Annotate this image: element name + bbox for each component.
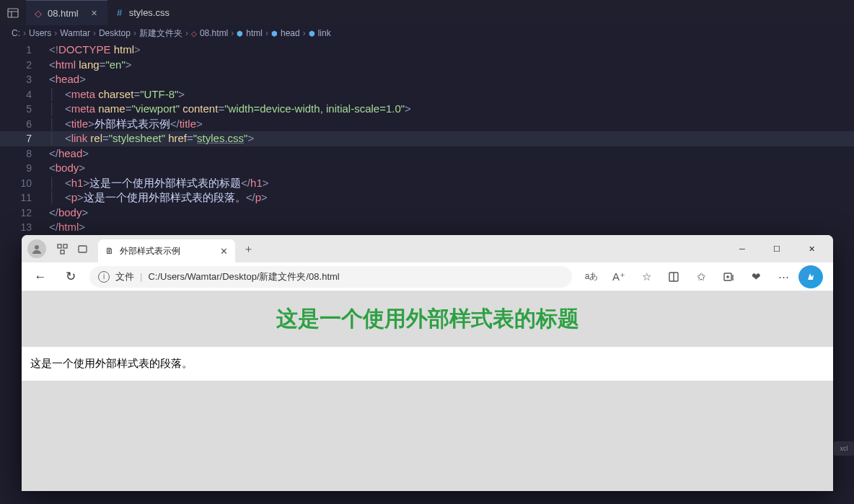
- more-icon[interactable]: ⋯: [771, 265, 796, 288]
- crumb[interactable]: Users: [29, 28, 51, 38]
- favorites-bar-icon[interactable]: ✩: [689, 265, 713, 288]
- line-number: 7: [0, 131, 49, 146]
- collections-icon[interactable]: [716, 265, 741, 288]
- crumb[interactable]: Desktop: [99, 28, 131, 38]
- code-line: │ <h1>这是一个使用外部样式表的标题</h1>: [49, 176, 269, 191]
- window-controls: ─ ☐ ✕: [726, 238, 827, 260]
- line-number: 3: [0, 72, 49, 87]
- workspaces-icon[interactable]: [52, 239, 72, 259]
- tab-label: styles.css: [129, 7, 170, 18]
- chevron-right-icon: ›: [93, 28, 96, 38]
- breadcrumb: C:› Users› Wamtar› Desktop› 新建文件夹› ◇08.h…: [0, 25, 854, 41]
- code-line: </html>: [49, 220, 85, 235]
- line-number: 4: [0, 87, 49, 102]
- code-line: │ <title>外部样式表示例</title>: [49, 117, 203, 132]
- crumb[interactable]: 08.html: [200, 28, 228, 38]
- read-aloud-icon[interactable]: A⁺: [607, 265, 631, 288]
- line-number: 9: [0, 161, 49, 176]
- line-number: 13: [0, 220, 49, 235]
- chevron-right-icon: ›: [303, 28, 306, 38]
- code-line: │ <meta name="viewport" content="width=d…: [49, 102, 411, 117]
- code-line: <!DOCTYPE html>: [49, 43, 141, 58]
- browser-titlebar: 🗎 外部样式表示例 ✕ ＋ ─ ☐ ✕: [22, 235, 833, 262]
- svg-rect-4: [61, 250, 64, 254]
- tabs-icon[interactable]: [72, 239, 92, 259]
- browser-toolbar: ← ↻ i 文件 | C:/Users/Wamtar/Desktop/新建文件夹…: [22, 262, 833, 291]
- url-text: C:/Users/Wamtar/Desktop/新建文件夹/08.html: [148, 270, 339, 283]
- crumb[interactable]: html: [246, 28, 263, 38]
- svg-rect-0: [8, 9, 18, 17]
- browser-tab-title: 外部样式表示例: [120, 245, 180, 257]
- browser-window: 🗎 外部样式表示例 ✕ ＋ ─ ☐ ✕ ← ↻ i 文件 | C:/Users/…: [22, 235, 833, 491]
- chevron-right-icon: ›: [133, 28, 136, 38]
- minimize-button[interactable]: ─: [726, 238, 758, 260]
- translate-icon[interactable]: aあ: [579, 265, 604, 288]
- close-button[interactable]: ✕: [796, 238, 827, 260]
- code-line: │ <link rel="stylesheet" href="styles.cs…: [49, 131, 254, 146]
- svg-point-1: [35, 245, 39, 249]
- crumb[interactable]: Wamtar: [60, 28, 90, 38]
- symbol-icon: ⬢: [309, 30, 315, 37]
- code-line: <body>: [49, 161, 85, 176]
- split-icon[interactable]: [661, 265, 686, 288]
- crumb[interactable]: link: [318, 28, 331, 38]
- close-icon[interactable]: ✕: [220, 246, 228, 257]
- line-number: 11: [0, 190, 49, 205]
- chevron-right-icon: ›: [265, 28, 268, 38]
- profile-icon[interactable]: [27, 239, 46, 258]
- svg-rect-2: [58, 244, 61, 248]
- tab-label: 08.html: [48, 8, 79, 19]
- refresh-button[interactable]: ↻: [59, 265, 82, 288]
- code-line: │ <meta charset="UTF-8">: [49, 87, 185, 102]
- tab-bar: ◇ 08.html × # styles.css: [0, 0, 854, 25]
- html-file-icon: ◇: [33, 8, 43, 18]
- css-file-icon: #: [115, 8, 125, 18]
- line-number: 5: [0, 102, 49, 117]
- file-icon: ◇: [191, 30, 197, 37]
- browser-content: 这是一个使用外部样式表的标题 这是一个使用外部样式表的段落。: [22, 291, 833, 491]
- symbol-icon: ⬢: [271, 30, 278, 37]
- maximize-button[interactable]: ☐: [761, 238, 793, 260]
- crumb[interactable]: C:: [12, 28, 20, 38]
- info-icon[interactable]: i: [98, 271, 110, 283]
- line-number: 2: [0, 58, 49, 73]
- svg-rect-5: [79, 246, 87, 252]
- line-number: 6: [0, 117, 49, 132]
- extensions-icon[interactable]: ❤: [744, 265, 768, 288]
- copilot-icon[interactable]: [798, 265, 823, 288]
- svg-rect-3: [63, 244, 67, 248]
- line-number: 12: [0, 205, 49, 221]
- document-icon: 🗎: [105, 246, 114, 256]
- address-bar[interactable]: i 文件 | C:/Users/Wamtar/Desktop/新建文件夹/08.…: [89, 266, 572, 288]
- minimap-indicator: xcl: [834, 441, 854, 456]
- crumb[interactable]: head: [281, 28, 300, 38]
- layout-icon[interactable]: [7, 7, 19, 19]
- new-tab-button[interactable]: ＋: [238, 239, 258, 259]
- toolbar-actions: aあ A⁺ ☆ ✩ ❤ ⋯: [579, 265, 826, 288]
- code-line: </body>: [49, 205, 88, 221]
- page-paragraph: 这是一个使用外部样式表的段落。: [30, 357, 824, 371]
- url-separator: |: [140, 271, 142, 282]
- code-line: </head>: [49, 146, 89, 162]
- browser-tab[interactable]: 🗎 外部样式表示例 ✕: [98, 239, 235, 262]
- favorite-icon[interactable]: ☆: [634, 265, 659, 288]
- close-icon[interactable]: ×: [89, 7, 100, 19]
- tab-08-html[interactable]: ◇ 08.html ×: [26, 0, 107, 25]
- chevron-right-icon: ›: [54, 28, 57, 38]
- chevron-right-icon: ›: [185, 28, 188, 38]
- url-prefix: 文件: [115, 270, 134, 283]
- chevron-right-icon: ›: [231, 28, 234, 38]
- line-number: 1: [0, 43, 49, 58]
- page-heading: 这是一个使用外部样式表的标题: [22, 304, 833, 334]
- back-button[interactable]: ←: [29, 265, 52, 288]
- chevron-right-icon: ›: [23, 28, 26, 38]
- line-number: 10: [0, 176, 49, 191]
- symbol-icon: ⬢: [237, 30, 243, 37]
- code-line: <head>: [49, 72, 86, 87]
- tab-styles-css[interactable]: # styles.css: [107, 0, 177, 25]
- code-editor[interactable]: 1<!DOCTYPE html> 2<html lang="en"> 3<hea…: [0, 41, 854, 236]
- code-line: │ <p>这是一个使用外部样式表的段落。</p>: [49, 190, 268, 205]
- code-line: <html lang="en">: [49, 58, 132, 73]
- crumb[interactable]: 新建文件夹: [139, 27, 182, 40]
- line-number: 8: [0, 146, 49, 162]
